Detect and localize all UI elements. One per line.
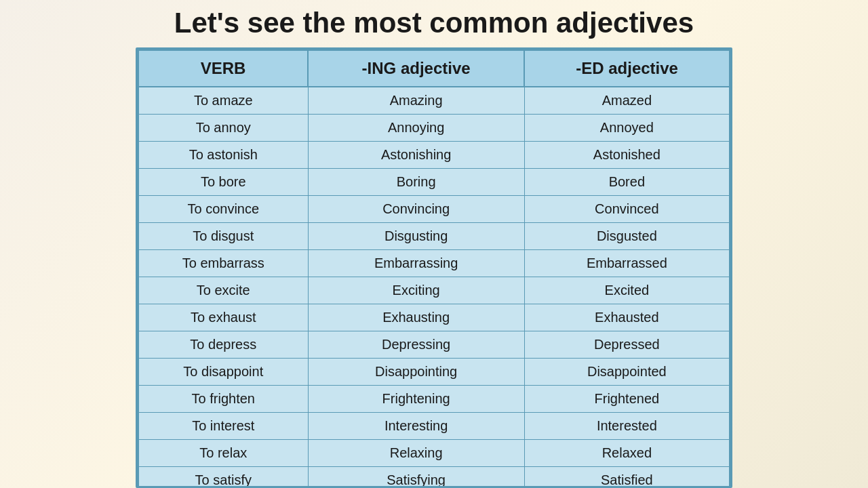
table-cell-8-1: Exhausting: [308, 304, 524, 331]
table-cell-11-2: Frightened: [524, 386, 730, 413]
table-cell-8-2: Exhausted: [524, 304, 730, 331]
table-row: To disappointDisappointingDisappointed: [138, 359, 730, 386]
table-cell-7-0: To excite: [138, 277, 308, 304]
table-cell-3-0: To bore: [138, 169, 308, 196]
table-cell-3-1: Boring: [308, 169, 524, 196]
table-cell-10-2: Disappointed: [524, 359, 730, 386]
table-cell-13-0: To relax: [138, 440, 308, 467]
table-cell-11-1: Frightening: [308, 386, 524, 413]
table-cell-7-2: Excited: [524, 277, 730, 304]
table-cell-9-0: To depress: [138, 331, 308, 359]
header-ing: -ING adjective: [308, 50, 524, 87]
table-cell-2-0: To astonish: [138, 142, 308, 169]
table-cell-13-2: Relaxed: [524, 440, 730, 467]
table-row: To exciteExcitingExcited: [138, 277, 730, 304]
adjectives-table-wrapper: VERB -ING adjective -ED adjective To ama…: [136, 47, 732, 488]
table-cell-0-0: To amaze: [138, 87, 308, 115]
table-cell-7-1: Exciting: [308, 277, 524, 304]
table-cell-0-1: Amazing: [308, 87, 524, 115]
table-cell-2-2: Astonished: [524, 142, 730, 169]
adjectives-table: VERB -ING adjective -ED adjective To ama…: [138, 49, 730, 488]
table-cell-1-2: Annoyed: [524, 115, 730, 142]
table-row: To embarrassEmbarrassingEmbarrassed: [138, 250, 730, 277]
table-row: To disgustDisgustingDisgusted: [138, 223, 730, 250]
table-row: To frightenFrighteningFrightened: [138, 386, 730, 413]
table-cell-14-1: Satisfying: [308, 467, 524, 489]
table-cell-14-2: Satisfied: [524, 467, 730, 489]
table-row: To convinceConvincingConvinced: [138, 196, 730, 223]
table-cell-11-0: To frighten: [138, 386, 308, 413]
table-row: To satisfySatisfyingSatisfied: [138, 467, 730, 489]
header-ed: -ED adjective: [524, 50, 730, 87]
table-cell-8-0: To exhaust: [138, 304, 308, 331]
table-cell-13-1: Relaxing: [308, 440, 524, 467]
table-row: To relaxRelaxingRelaxed: [138, 440, 730, 467]
table-row: To interestInterestingInterested: [138, 413, 730, 440]
table-cell-4-2: Convinced: [524, 196, 730, 223]
table-cell-5-0: To disgust: [138, 223, 308, 250]
table-cell-1-0: To annoy: [138, 115, 308, 142]
table-cell-0-2: Amazed: [524, 87, 730, 115]
table-row: To boreBoringBored: [138, 169, 730, 196]
table-cell-6-1: Embarrassing: [308, 250, 524, 277]
table-cell-10-0: To disappoint: [138, 359, 308, 386]
page-title: Let's see the most common adjectives: [0, 0, 868, 47]
table-cell-1-1: Annoying: [308, 115, 524, 142]
table-row: To exhaustExhaustingExhausted: [138, 304, 730, 331]
table-cell-12-0: To interest: [138, 413, 308, 440]
table-row: To amazeAmazingAmazed: [138, 87, 730, 115]
table-cell-3-2: Bored: [524, 169, 730, 196]
header-verb: VERB: [138, 50, 308, 87]
table-cell-9-1: Depressing: [308, 331, 524, 359]
table-cell-12-1: Interesting: [308, 413, 524, 440]
table-cell-6-0: To embarrass: [138, 250, 308, 277]
table-row: To annoyAnnoyingAnnoyed: [138, 115, 730, 142]
table-cell-5-1: Disgusting: [308, 223, 524, 250]
table-cell-12-2: Interested: [524, 413, 730, 440]
table-cell-6-2: Embarrassed: [524, 250, 730, 277]
table-cell-9-2: Depressed: [524, 331, 730, 359]
table-cell-14-0: To satisfy: [138, 467, 308, 489]
table-cell-2-1: Astonishing: [308, 142, 524, 169]
table-cell-4-1: Convincing: [308, 196, 524, 223]
table-row: To depressDepressingDepressed: [138, 331, 730, 359]
table-cell-5-2: Disgusted: [524, 223, 730, 250]
table-header-row: VERB -ING adjective -ED adjective: [138, 50, 730, 87]
table-cell-4-0: To convince: [138, 196, 308, 223]
table-row: To astonishAstonishingAstonished: [138, 142, 730, 169]
table-cell-10-1: Disappointing: [308, 359, 524, 386]
